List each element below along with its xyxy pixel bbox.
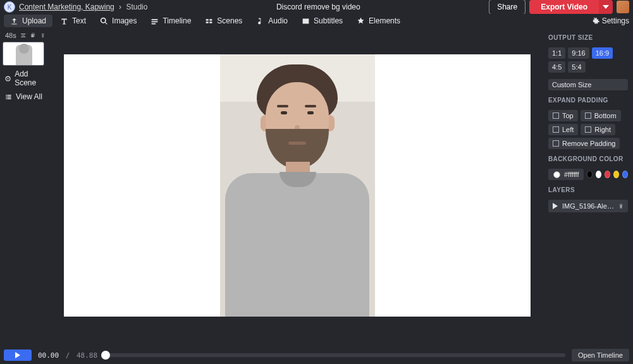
swatch-red[interactable] bbox=[605, 171, 610, 178]
canvas-area bbox=[51, 28, 543, 346]
breadcrumb-workspace[interactable]: Content Marketing, Kapwing bbox=[19, 3, 114, 11]
pad-left-label: Left bbox=[562, 126, 574, 133]
canvas-media[interactable] bbox=[220, 54, 375, 317]
timeline-icon bbox=[151, 17, 159, 25]
upload-button[interactable]: Upload bbox=[4, 15, 52, 27]
tool-timeline-label: Timeline bbox=[163, 16, 191, 25]
copy-icon[interactable] bbox=[30, 32, 35, 39]
align-icon[interactable] bbox=[20, 32, 26, 39]
upload-label: Upload bbox=[22, 16, 46, 25]
time-total: 48.88 bbox=[77, 351, 97, 360]
ratio-9-16[interactable]: 9:16 bbox=[568, 47, 589, 59]
custom-size-button[interactable]: Custom Size bbox=[548, 79, 628, 90]
audio-icon bbox=[256, 17, 264, 25]
square-icon bbox=[553, 112, 559, 119]
expand-padding-heading: EXPAND PADDING bbox=[548, 97, 628, 104]
swatch-white[interactable] bbox=[596, 171, 601, 178]
toolbar: Upload Text Images Timeline Scenes Audio… bbox=[0, 14, 633, 28]
view-all-label: View All bbox=[16, 92, 42, 101]
elements-icon bbox=[357, 17, 365, 25]
pad-top[interactable]: Top bbox=[548, 110, 578, 121]
playback-bar: 00.00 / 48.88 Open Timeline bbox=[0, 346, 633, 364]
subtitles-icon bbox=[302, 17, 310, 25]
square-icon bbox=[585, 112, 591, 119]
tool-images[interactable]: Images bbox=[94, 15, 143, 27]
output-size-heading: OUTPUT SIZE bbox=[548, 34, 628, 41]
scene-thumbnail[interactable] bbox=[3, 42, 44, 66]
playback-handle[interactable] bbox=[101, 351, 110, 360]
tool-elements[interactable]: Elements bbox=[350, 15, 407, 27]
right-panel: OUTPUT SIZE 1:1 9:16 16:9 4:5 5:4 Custom… bbox=[543, 28, 633, 346]
share-button[interactable]: Share bbox=[489, 0, 525, 15]
breadcrumb-sep: › bbox=[119, 3, 121, 11]
aspect-ratio-row: 1:1 9:16 16:9 4:5 5:4 bbox=[548, 47, 628, 73]
settings-label: Settings bbox=[602, 16, 629, 25]
pad-bottom-label: Bottom bbox=[594, 112, 617, 119]
layers-heading: LAYERS bbox=[548, 186, 628, 193]
trash-icon[interactable] bbox=[40, 32, 46, 39]
playback-track[interactable] bbox=[104, 353, 565, 357]
tool-audio[interactable]: Audio bbox=[250, 15, 294, 27]
pad-right-label: Right bbox=[594, 126, 611, 133]
scene-duration: 48s bbox=[5, 32, 16, 39]
swatch-black[interactable] bbox=[587, 171, 593, 178]
tool-images-label: Images bbox=[112, 16, 137, 25]
background-color-heading: BACKGROUND COLOR bbox=[548, 155, 628, 162]
pad-right[interactable]: Right bbox=[581, 124, 615, 135]
pad-bottom[interactable]: Bottom bbox=[581, 110, 621, 121]
tool-text[interactable]: Text bbox=[54, 15, 92, 27]
remove-padding[interactable]: Remove Padding bbox=[548, 138, 620, 149]
scenes-icon bbox=[205, 17, 213, 25]
pad-top-label: Top bbox=[562, 112, 574, 119]
bg-hex-label: #ffffff bbox=[564, 171, 579, 178]
remove-padding-label: Remove Padding bbox=[562, 140, 615, 147]
play-button[interactable] bbox=[4, 349, 32, 361]
swatch-blue[interactable] bbox=[622, 171, 628, 178]
bg-current-swatch bbox=[553, 171, 560, 178]
search-icon bbox=[100, 17, 108, 25]
layer-name: IMG_5196-AleXB-gLr.... bbox=[562, 202, 614, 210]
tool-elements-label: Elements bbox=[369, 16, 400, 25]
breadcrumb-page: Studio bbox=[126, 3, 147, 11]
ratio-16-9[interactable]: 16:9 bbox=[592, 47, 613, 59]
bg-swatches: #ffffff bbox=[548, 169, 628, 180]
play-icon bbox=[15, 352, 21, 358]
chevron-down-icon bbox=[603, 5, 609, 9]
swatch-yellow[interactable] bbox=[613, 171, 619, 178]
bg-hex-chip[interactable]: #ffffff bbox=[548, 169, 584, 180]
scene-meta: 48s bbox=[3, 32, 48, 39]
ratio-5-4[interactable]: 5:4 bbox=[568, 61, 585, 73]
padding-buttons: Top Bottom Left Right Remove Padding bbox=[548, 110, 628, 149]
play-icon bbox=[552, 203, 558, 209]
ratio-1-1[interactable]: 1:1 bbox=[548, 47, 565, 59]
tool-scenes-label: Scenes bbox=[217, 16, 242, 25]
video-canvas[interactable] bbox=[64, 54, 531, 317]
pad-left[interactable]: Left bbox=[548, 124, 578, 135]
view-all-button[interactable]: View All bbox=[3, 91, 48, 102]
export-options-button[interactable] bbox=[599, 0, 613, 14]
open-timeline-button[interactable]: Open Timeline bbox=[572, 349, 629, 361]
square-icon bbox=[553, 126, 559, 133]
add-scene-button[interactable]: Add Scene bbox=[3, 68, 48, 88]
tool-scenes[interactable]: Scenes bbox=[199, 15, 249, 27]
tool-subtitles-label: Subtitles bbox=[314, 16, 343, 25]
breadcrumb: Content Marketing, Kapwing › Studio bbox=[19, 3, 147, 11]
kapwing-logo-icon[interactable]: K bbox=[4, 1, 15, 13]
settings-button[interactable]: Settings bbox=[592, 16, 629, 25]
layer-item[interactable]: IMG_5196-AleXB-gLr.... bbox=[548, 200, 628, 212]
trash-icon[interactable] bbox=[618, 203, 624, 209]
ratio-4-5[interactable]: 4:5 bbox=[548, 61, 565, 73]
add-scene-label: Add Scene bbox=[15, 70, 46, 87]
tool-text-label: Text bbox=[72, 16, 86, 25]
tool-subtitles[interactable]: Subtitles bbox=[295, 15, 349, 27]
user-avatar[interactable] bbox=[617, 1, 629, 13]
gear-icon bbox=[592, 17, 599, 25]
square-icon bbox=[585, 126, 591, 133]
square-icon bbox=[553, 140, 559, 147]
text-icon bbox=[60, 17, 68, 25]
topbar: K Content Marketing, Kapwing › Studio Di… bbox=[0, 0, 633, 14]
export-video-button[interactable]: Export Video bbox=[529, 0, 599, 14]
time-sep: / bbox=[66, 351, 70, 360]
tool-timeline[interactable]: Timeline bbox=[144, 15, 197, 27]
project-title[interactable]: Discord remove bg video bbox=[276, 3, 360, 11]
